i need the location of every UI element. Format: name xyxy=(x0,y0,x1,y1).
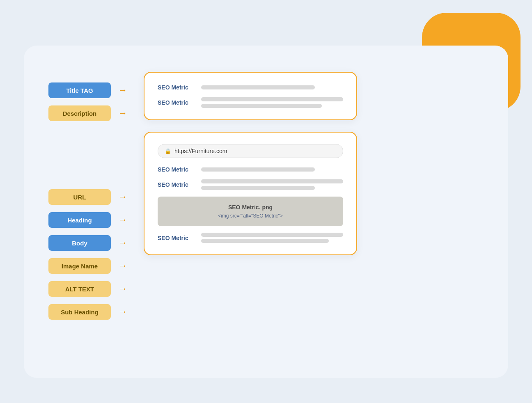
title-tag-row: Title TAG → xyxy=(48,82,127,98)
card2-sub-row: SEO Metric xyxy=(158,233,343,243)
sub-heading-row: Sub Heading → xyxy=(48,304,127,320)
labels-column: Title TAG → Description → URL → xyxy=(48,66,127,320)
card2-sub-bar2 xyxy=(201,239,329,243)
arrow-sub-heading: → xyxy=(118,307,127,317)
card1-metric1-label: SEO Metric xyxy=(158,84,195,91)
body-badge: Body xyxy=(48,235,111,251)
card2-metric1-label: SEO Metric xyxy=(158,166,195,173)
arrow-body: → xyxy=(118,238,127,248)
image-name-badge: Image Name xyxy=(48,258,111,274)
card1-bar2b xyxy=(201,104,322,108)
heading-row: Heading → xyxy=(48,212,127,228)
image-placeholder: SEO Metric. png <img src=""alt="SEO Metr… xyxy=(158,197,343,226)
card2-body-row: SEO Metric xyxy=(158,179,343,190)
card1-row1: SEO Metric xyxy=(158,84,343,91)
card1-row2: SEO Metric xyxy=(158,97,343,108)
card2-sub-label: SEO Metric xyxy=(158,235,195,241)
image-code-text: <img src=""alt="SEO Metric"> xyxy=(164,213,337,219)
card2-bar1 xyxy=(201,167,315,172)
alt-text-row: ALT TEXT → xyxy=(48,281,127,297)
spacer xyxy=(48,133,127,178)
card2-sub-bar1 xyxy=(201,233,343,237)
card2-heading-row: SEO Metric xyxy=(158,166,343,173)
url-badge: URL xyxy=(48,189,111,205)
url-bar: 🔒 https://Furniture.com xyxy=(158,144,343,158)
image-name-text: SEO Metric. png xyxy=(164,204,337,211)
arrow-image-name: → xyxy=(118,261,127,271)
card1-metric1-bars xyxy=(201,85,343,89)
cards-column: SEO Metric SEO Metric xyxy=(135,66,357,255)
card1-metric2-bars xyxy=(201,97,343,108)
card1-bar1 xyxy=(201,85,315,89)
card-2-seo: 🔒 https://Furniture.com SEO Metric SEO M… xyxy=(144,132,357,255)
card2-bar2a xyxy=(201,179,343,183)
arrow-description: → xyxy=(118,108,127,119)
arrow-url: → xyxy=(118,192,127,202)
description-badge: Description xyxy=(48,105,111,121)
card2-metric2-bars xyxy=(201,179,343,190)
card2-metric2-label: SEO Metric xyxy=(158,181,195,188)
body-row: Body → xyxy=(48,235,127,251)
title-tag-badge: Title TAG xyxy=(48,82,111,98)
image-name-row: Image Name → xyxy=(48,258,127,274)
alt-text-badge: ALT TEXT xyxy=(48,281,111,297)
description-row: Description → xyxy=(48,105,127,121)
arrow-title-tag: → xyxy=(118,85,127,96)
card1-metric2-label: SEO Metric xyxy=(158,99,195,106)
card2-metric1-bars xyxy=(201,167,343,172)
main-card: Title TAG → Description → URL → xyxy=(24,46,508,378)
card1-bar2a xyxy=(201,97,343,101)
sub-heading-badge: Sub Heading xyxy=(48,304,111,320)
arrow-alt-text: → xyxy=(118,284,127,294)
card2-sub-bars xyxy=(201,233,343,243)
heading-badge: Heading xyxy=(48,212,111,228)
label-group-2: URL → Heading → Body → Image Name → xyxy=(48,189,127,320)
url-text: https://Furniture.com xyxy=(174,148,227,154)
url-row: URL → xyxy=(48,189,127,205)
label-group-1: Title TAG → Description → xyxy=(48,82,127,121)
card-1-seo: SEO Metric SEO Metric xyxy=(144,72,357,120)
card2-bar2b xyxy=(201,186,315,190)
arrow-heading: → xyxy=(118,215,127,225)
lock-icon: 🔒 xyxy=(165,148,171,154)
outer-container: Title TAG → Description → URL → xyxy=(24,25,508,378)
content-area: Title TAG → Description → URL → xyxy=(24,46,508,378)
